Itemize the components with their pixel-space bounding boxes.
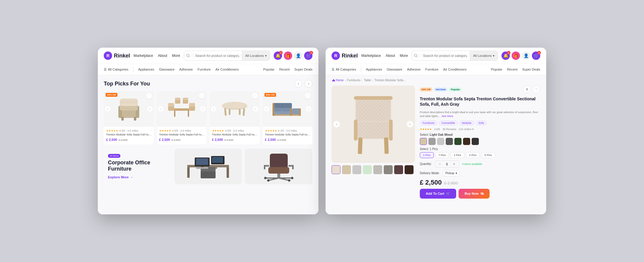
nav-more[interactable]: More [172, 54, 180, 58]
swatch-lightgray[interactable] [437, 138, 444, 145]
product-card-1[interactable]: 24% Off ♡ ‹ [104, 91, 154, 144]
breadcrumb-home[interactable]: Home [332, 79, 344, 82]
thumb-8[interactable] [405, 165, 414, 174]
share-icon-btn[interactable]: ⬆ [523, 85, 531, 93]
add-to-cart-btn[interactable]: Add To Cart 🛒 [420, 189, 456, 199]
thumb-1[interactable] [332, 165, 340, 174]
card3-next[interactable]: › [253, 106, 258, 112]
subnav-glassware[interactable]: Glassware [159, 68, 174, 71]
swatch-darkcharcoal[interactable] [472, 138, 479, 145]
product-card-3[interactable]: ♡ ‹ › ★★★★★ 4 [210, 91, 260, 144]
logo[interactable]: R Rinkel [104, 52, 130, 60]
page2-subnav-glassware[interactable]: Glassware [387, 68, 402, 71]
page2-cart-badge: 3 [537, 51, 541, 54]
image-prev-btn[interactable]: ‹ [333, 121, 340, 127]
product-card-4[interactable]: 24% Off ♡ ‹ [263, 91, 313, 144]
thumb-4[interactable] [363, 165, 372, 174]
pics-2[interactable]: 2 Pics [451, 152, 465, 158]
page2-subnav-adhesive[interactable]: Adhesive [407, 68, 420, 71]
prev-arrow[interactable]: ‹ [295, 80, 302, 88]
pics-7[interactable]: 7 Pics [435, 152, 449, 158]
office-chair-card[interactable] [245, 149, 312, 184]
card4-prev[interactable]: ‹ [264, 106, 269, 112]
page2-subnav-recent[interactable]: Recent [507, 68, 518, 71]
pics-1[interactable]: 1 Pics [420, 152, 434, 158]
qty-decrease[interactable]: − [437, 162, 442, 166]
card3-prev[interactable]: ‹ [211, 106, 216, 112]
search-input[interactable] [192, 54, 242, 57]
page2-subnav-appliances[interactable]: Appliances [366, 68, 382, 71]
breadcrumb-furnitures[interactable]: Furnitures [347, 79, 360, 82]
subnav-all-categories[interactable]: ☰ All Categories [104, 68, 128, 71]
subnav-furniture[interactable]: Furniture [198, 68, 211, 71]
subnav-appliances[interactable]: Appliances [138, 68, 154, 71]
subnav-adhesive[interactable]: Adhesive [179, 68, 193, 71]
swatch-charcoal[interactable] [446, 138, 453, 145]
subnav-recent[interactable]: Recent [279, 68, 290, 71]
notification-btn[interactable]: 🔔2 [274, 52, 282, 60]
explore-link[interactable]: Explore More → [108, 175, 167, 179]
page2-notification-btn[interactable]: 🔔2 [501, 52, 510, 60]
thumb-2[interactable] [342, 165, 351, 174]
swatch-darkgreen[interactable] [454, 138, 462, 145]
pics-4[interactable]: 4 Pics [466, 152, 480, 158]
swatch-darkbrown[interactable] [463, 138, 470, 145]
next-arrow[interactable]: › [305, 80, 312, 88]
page2-logo[interactable]: R Rinkel [332, 52, 358, 60]
card2-next[interactable]: › [200, 106, 205, 112]
delivery-select[interactable]: Pickup ▾ [443, 170, 460, 176]
tag-furnitures[interactable]: Furnitures [420, 121, 437, 125]
thumb-5[interactable] [373, 165, 382, 174]
cart-btn[interactable]: 🛒3 [304, 52, 312, 60]
wishlist-btn-3[interactable]: ♡ [252, 93, 258, 99]
breadcrumb-table[interactable]: Table [364, 79, 371, 82]
thumb-7[interactable] [394, 165, 403, 174]
gift-btn[interactable]: 🎁 [284, 52, 292, 60]
see-more-link[interactable]: See More [442, 115, 453, 118]
page2-nav-about[interactable]: About [386, 54, 395, 58]
pics-6[interactable]: 6 Pics [481, 152, 495, 158]
subnav-air-conditioners[interactable]: Air Conditioners [216, 68, 239, 71]
page2-subnav-super-deals[interactable]: Super Deals [522, 68, 540, 71]
wishlist-btn-2[interactable]: ♡ [199, 93, 205, 99]
page2-nav-more[interactable]: More [400, 54, 408, 58]
subnav-popular[interactable]: Popular [263, 68, 275, 71]
thumb-6[interactable] [384, 165, 393, 174]
page2-subnav-air-conditioners[interactable]: Air Conditioners [443, 68, 467, 71]
user-btn[interactable]: 👤 [294, 52, 302, 60]
subnav-super-deals[interactable]: Super Deals [294, 68, 312, 71]
buy-now-btn[interactable]: Buy Now 🛍 [459, 189, 490, 199]
card2-prev[interactable]: ‹ [158, 106, 163, 112]
image-next-btn[interactable]: › [407, 121, 413, 127]
wishlist-btn-1[interactable]: ♡ [146, 93, 152, 99]
thumb-3[interactable] [352, 165, 361, 174]
card4-next[interactable]: › [306, 106, 311, 112]
page2-search-input[interactable] [420, 54, 470, 57]
page2-subnav-popular[interactable]: Popular [491, 68, 502, 71]
product-card-2[interactable]: ♡ ‹ [157, 91, 207, 144]
search-bar[interactable]: All Locations ▾ [184, 51, 270, 61]
page2-gift-btn[interactable]: 🎁 [512, 52, 520, 60]
page2-location-badge[interactable]: All Locations ▾ [470, 51, 498, 60]
office-desk-card[interactable] [174, 149, 242, 184]
card1-next[interactable]: › [147, 106, 153, 112]
svg-point-65 [264, 177, 267, 179]
page2-nav-marketplace[interactable]: Marketplace [361, 54, 381, 58]
tag-modular[interactable]: Modular [459, 121, 474, 125]
page2-search-bar[interactable]: All Locations ▾ [411, 51, 498, 61]
location-badge[interactable]: All Locations ▾ [242, 51, 270, 60]
swatch-gray[interactable] [428, 138, 436, 145]
wishlist-btn-4[interactable]: ♡ [305, 93, 311, 99]
tag-convertible[interactable]: Convertible [439, 121, 458, 125]
tag-sofa[interactable]: Sofa [476, 121, 487, 125]
swatch-beige[interactable] [420, 138, 427, 145]
nav-about[interactable]: About [158, 54, 167, 58]
page2-subnav-furniture[interactable]: Furniture [425, 68, 439, 71]
page2-subnav-all-categories[interactable]: ☰ All Categories [332, 68, 356, 71]
card1-prev[interactable]: ‹ [105, 106, 110, 112]
nav-marketplace[interactable]: Marketplace [134, 54, 153, 58]
favorite-icon-btn[interactable]: ♡ [532, 85, 540, 93]
page2-user-btn[interactable]: 👤 [522, 52, 530, 60]
page2-cart-btn[interactable]: 🛒3 [532, 52, 540, 60]
qty-increase[interactable]: + [452, 162, 456, 166]
